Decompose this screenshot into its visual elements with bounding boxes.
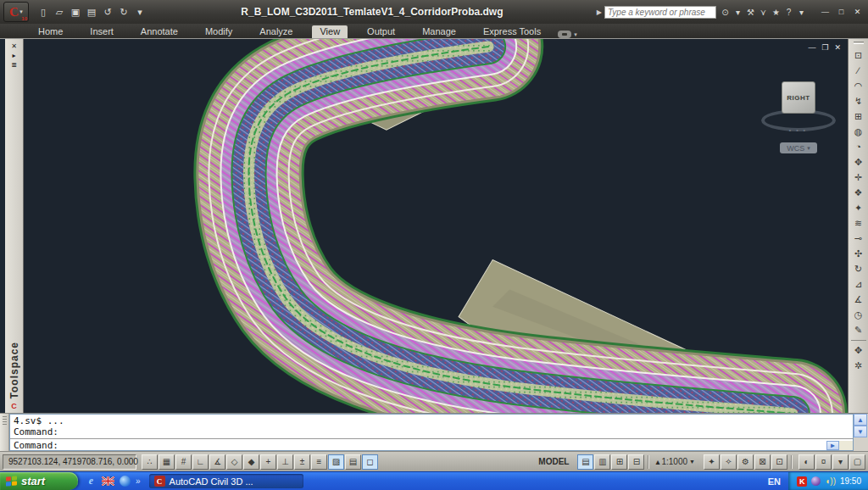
gizmo-tool-icon[interactable]: ❖ [850, 185, 867, 200]
quick-properties-toggle[interactable]: ▤ [345, 454, 361, 470]
taskbar-task-autocad[interactable]: C AutoCAD Civil 3D ... [149, 474, 303, 488]
model-button[interactable]: MODEL [535, 457, 572, 466]
command-scroll-up-icon[interactable]: ▲ [854, 414, 867, 426]
mark-tool-icon[interactable]: ✣ [850, 246, 867, 261]
taskbar-clock[interactable]: 19:50 [840, 476, 861, 486]
update-tray-icon[interactable] [811, 476, 821, 486]
hardware-accel-button[interactable]: ◐ [798, 454, 815, 470]
window-positions-button[interactable]: ⊡ [771, 454, 787, 470]
tab-home[interactable]: Home [31, 25, 70, 38]
lineweight-toggle[interactable]: ≡ [311, 454, 327, 470]
brush-tool-icon[interactable]: ✎ [850, 322, 867, 337]
drawing-minimize-button[interactable]: — [808, 44, 815, 52]
drawing-restore-button[interactable]: ❐ [821, 44, 828, 52]
favorites-icon[interactable]: ★ [770, 5, 782, 19]
coordinate-display[interactable]: 9527103.124, 4719708.716, 0.000 [3, 454, 136, 470]
subscription-icon[interactable]: ⚒ [744, 5, 757, 19]
kaspersky-tray-icon[interactable]: K [797, 476, 807, 487]
volume-tray-icon[interactable]: ◖)) [825, 476, 836, 486]
application-menu-button[interactable]: C 10 ▾ [3, 2, 29, 22]
selection-cycling-toggle[interactable]: ◻ [362, 454, 378, 470]
tab-modify[interactable]: Modify [198, 25, 240, 38]
undo-icon[interactable]: ↺ [100, 4, 115, 19]
lasso-tool-icon[interactable]: ≋ [850, 215, 867, 231]
dual-display-button[interactable]: ⊟ [628, 454, 644, 470]
command-scroll-right-icon[interactable]: ▶ [826, 441, 839, 450]
drawing-close-button[interactable]: ✕ [834, 44, 841, 52]
tab-express-tools[interactable]: Express Tools [476, 25, 548, 38]
snap-toggle[interactable]: ▦ [159, 454, 175, 470]
otrack-toggle[interactable]: + [260, 454, 276, 470]
quick-view-layouts-button[interactable]: ▥ [594, 454, 610, 470]
communication-icon[interactable]: ⋎ [757, 5, 770, 19]
ortho-toggle[interactable]: ∟ [192, 454, 209, 470]
tab-insert[interactable]: Insert [82, 25, 121, 38]
toolspace-palette-bar[interactable]: ✕▸≣ Toolspace C [5, 39, 24, 413]
wcs-menu-button[interactable]: WCS ▾ [780, 142, 817, 153]
annotation-scale-button[interactable]: ▴ 1:1000 ▼ [652, 457, 698, 466]
search-icon[interactable]: ⊙ [719, 5, 732, 19]
toolspace-autohide-icon[interactable]: ▸ [12, 51, 15, 60]
transparency-toggle[interactable]: ▨ [328, 454, 344, 470]
status-dropdown-icon[interactable]: ▾ [832, 454, 849, 470]
viewcube[interactable]: RIGHT [782, 81, 815, 114]
measure-tool-icon[interactable]: ◷ [850, 307, 867, 322]
toolspace-close-icon[interactable]: ✕ [11, 42, 17, 51]
tab-annotate[interactable]: Annotate [133, 25, 186, 38]
tab-output[interactable]: Output [359, 25, 403, 38]
qat-dropdown-icon[interactable]: ▾ [132, 4, 147, 19]
auto-scale-button[interactable]: ✧ [721, 454, 737, 470]
toolspace-properties-icon[interactable]: ≣ [11, 60, 17, 70]
isolate-objects-button[interactable]: ¤ [815, 454, 832, 470]
new-file-icon[interactable]: ▯ [36, 4, 51, 19]
pan-tool-icon[interactable]: ✥ [850, 154, 867, 170]
ribbon-minimize-icon[interactable] [558, 31, 571, 38]
quick-view-drawings-button[interactable]: ⊞ [611, 454, 627, 470]
dyn-toggle[interactable]: ± [294, 454, 310, 470]
open-file-icon[interactable]: ▱ [52, 4, 67, 19]
help-icon[interactable]: ? [782, 5, 795, 19]
restore-button[interactable]: □ [834, 6, 849, 19]
annotation-visibility-button[interactable]: ✦ [704, 454, 720, 470]
plot-icon[interactable]: ▤ [84, 4, 99, 19]
grid-toggle[interactable]: # [175, 454, 192, 470]
paste-tool-icon[interactable]: ⊞ [850, 109, 867, 124]
star-tool-2-icon[interactable]: ✲ [850, 358, 867, 373]
internet-explorer-icon[interactable]: e [85, 475, 97, 487]
pointer-tool-icon[interactable]: ⊡ [850, 47, 867, 63]
toolbar-grip[interactable] [854, 42, 864, 44]
arc-tool-icon[interactable]: ◠ [850, 78, 867, 93]
globe-tool-icon[interactable]: ◔ [850, 139, 867, 154]
tab-analyze[interactable]: Analyze [252, 25, 300, 38]
tab-view[interactable]: View [312, 25, 348, 38]
lock-ui-button[interactable]: ⊠ [754, 454, 771, 470]
redo-icon[interactable]: ↻ [116, 4, 131, 19]
workspace-switch-button[interactable]: ⚙ [737, 454, 754, 470]
pin-tool-icon[interactable]: ⊸ [850, 231, 867, 246]
drawing-viewport[interactable]: —❐✕ RIGHT • • • WCS ▾ [24, 39, 848, 413]
rotate-gizmo-icon[interactable]: ✦ [850, 200, 867, 215]
star-tool-1-icon[interactable]: ✥ [850, 342, 867, 358]
close-button[interactable]: ✕ [850, 6, 865, 19]
quick-launch-chevron-icon[interactable]: » [136, 476, 141, 486]
language-indicator[interactable]: EN [760, 472, 788, 490]
search-dropdown-icon[interactable]: ▾ [732, 5, 744, 19]
clean-screen-button[interactable]: ▢ [849, 454, 865, 470]
osnap-toggle[interactable]: ◇ [226, 454, 242, 470]
command-window-grip[interactable] [0, 414, 9, 451]
orbit-tool-icon[interactable]: ↻ [850, 261, 867, 276]
infocenter-collapse-icon[interactable]: ▶ [597, 8, 602, 16]
browser-swirl-icon[interactable] [119, 475, 131, 487]
osnap3d-toggle[interactable]: ◆ [243, 454, 259, 470]
polar-toggle[interactable]: ∡ [209, 454, 225, 470]
web-tool-icon[interactable]: ◍ [850, 124, 867, 139]
minimize-button[interactable]: — [818, 6, 832, 19]
model-space-toggle[interactable]: ▤ [577, 454, 593, 470]
level-tool-2-icon[interactable]: ∡ [850, 292, 867, 307]
search-input[interactable] [604, 6, 716, 19]
tab-manage[interactable]: Manage [415, 25, 464, 38]
save-icon[interactable]: ▣ [68, 4, 83, 19]
line-tool-icon[interactable]: ∕ [850, 63, 867, 78]
infer-constraints-toggle[interactable]: ∴ [142, 454, 158, 470]
command-scroll-down-icon[interactable]: ▼ [854, 426, 867, 437]
